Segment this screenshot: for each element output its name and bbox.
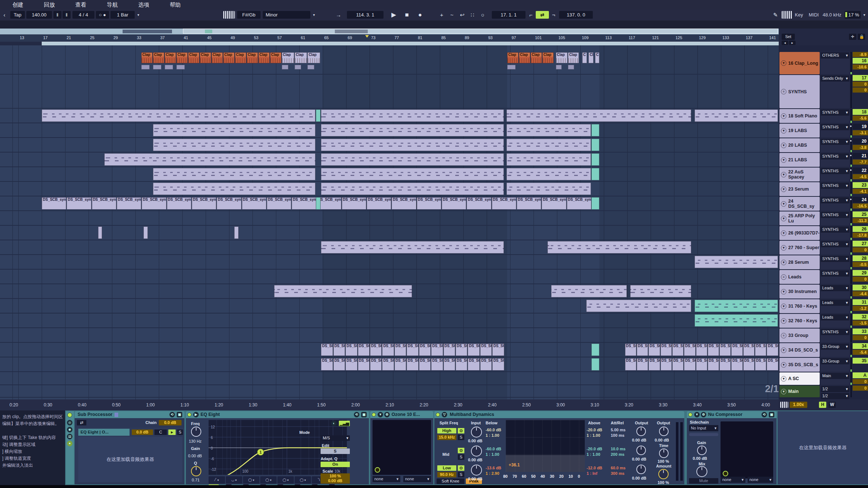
mbd-low-solo-button[interactable]: S — [458, 472, 464, 477]
clip[interactable]: DS_SCB_synth_pad_on — [467, 197, 491, 210]
clip[interactable]: DS_SCD — [468, 344, 479, 356]
track-name[interactable]: ▾34 DS_5CO_s — [779, 343, 820, 357]
clip[interactable] — [321, 168, 504, 180]
ozone-fold-icon[interactable]: ▼ — [378, 412, 383, 417]
clip[interactable]: Clap — [531, 52, 542, 63]
track-lane[interactable] — [0, 182, 779, 196]
track-number-badge[interactable]: 25 — [853, 211, 868, 217]
routing-menu[interactable]: SYNTHS▾ — [821, 153, 849, 159]
track-header[interactable]: ▾30 InstrumenLeads▾30-4.4 — [779, 284, 868, 299]
clip[interactable]: Clap — [258, 52, 270, 63]
mbd-fold-icon[interactable]: ▽ — [442, 412, 447, 417]
mbd-below-high[interactable]: -60.0 dB1 : 1.00 — [486, 427, 501, 438]
clip[interactable] — [506, 139, 591, 151]
mbd-low-freq-field[interactable]: 90.0 Hz — [437, 472, 456, 477]
mbd-low-button[interactable]: Low — [437, 465, 456, 471]
clip[interactable]: DS_SCB_synth_pad_on — [192, 197, 216, 210]
track-number-badge[interactable]: 32 — [853, 314, 868, 320]
midi-keyboard-icon[interactable] — [780, 402, 788, 408]
clip[interactable]: Clap — [165, 52, 176, 63]
macro-variations-icon[interactable]: ◎ — [67, 420, 72, 425]
scale-chevron-icon[interactable]: ▾ — [312, 11, 316, 19]
track-fold-icon[interactable]: ▾ — [781, 348, 786, 353]
track-volume-field[interactable]: 0 — [853, 379, 868, 384]
mbd-out-mid-knob[interactable] — [636, 446, 646, 455]
mbd-input-mid-value[interactable]: 0.00 dB — [468, 457, 482, 463]
clip[interactable]: DS_SCD — [480, 344, 492, 356]
clip[interactable]: DS_SCB_synth_pad_on — [392, 197, 416, 210]
collapse-left-icon[interactable]: ‹ — [1, 11, 7, 19]
clip[interactable]: DS_SCD — [743, 344, 755, 356]
clip[interactable]: DS_SCB_synth_pad_on — [292, 197, 316, 210]
routing-menu[interactable]: SYNTHS▾ — [821, 270, 849, 277]
clip[interactable]: Clap — [556, 52, 568, 63]
clip[interactable]: DS_SCB — [394, 358, 406, 371]
filter-type-menu[interactable]: ◯ ▾ — [295, 476, 311, 484]
clip[interactable] — [506, 183, 591, 195]
chain-pan-field[interactable]: C — [154, 429, 167, 435]
hot-swap-icon[interactable]: ⟲ — [169, 412, 175, 417]
cpu-chevron-icon[interactable]: ▾ — [862, 11, 867, 19]
rack-power-led[interactable] — [67, 413, 72, 417]
loop-start-field[interactable]: 17. 1. 1 — [492, 11, 525, 19]
take-lane-clip[interactable] — [507, 65, 516, 70]
clip[interactable] — [630, 285, 691, 297]
clip[interactable]: DS_SCD — [345, 344, 357, 356]
eq-title-bar[interactable]: ▶ EQ Eight ⟲ ▣ — [186, 411, 369, 418]
clip[interactable] — [153, 139, 315, 151]
clip[interactable] — [695, 256, 778, 268]
clip[interactable]: DS_SCB_synth_pad_on — [442, 197, 466, 210]
rack-drop-zone[interactable]: 在这里加载音频效果器 — [78, 437, 182, 482]
clip[interactable]: DS_SCB — [767, 358, 778, 371]
menu-item-4[interactable]: 导航 — [107, 1, 118, 8]
mbd-mid-power-icon[interactable]: ⊙ — [458, 448, 464, 453]
track-header[interactable]: ▾34 DS_5CO_s33-Group▾34-5.4 — [779, 343, 868, 357]
track-header[interactable]: ▾24 DS_SCB_sySYNTHS▾24-16.5 — [779, 196, 868, 211]
clip[interactable]: DS_SCB_synth_pad_on — [367, 197, 391, 210]
menu-item-5[interactable]: 选项 — [138, 1, 149, 8]
chain-activator-button[interactable]: ▸ — [168, 429, 176, 435]
track-lane[interactable] — [0, 153, 779, 167]
track-number-badge[interactable]: 20 — [853, 138, 868, 144]
draw-mode-icon[interactable]: ✎ — [771, 11, 779, 19]
clip[interactable]: DS_SCD — [407, 344, 418, 356]
mbd-below-low[interactable]: -13.6 dB1 : 2.90 — [486, 465, 501, 476]
clip[interactable] — [321, 139, 504, 151]
track-lane[interactable]: DS_SCB_synth_pad_onDS_SCB_synth_pad_onDS… — [0, 196, 779, 211]
eq-freq-value[interactable]: 130 Hz — [189, 439, 202, 443]
track-fold-icon[interactable]: ▾ — [781, 304, 786, 309]
follow-icon[interactable]: → — [334, 11, 343, 19]
arrangement-overview[interactable] — [0, 29, 779, 34]
track-header[interactable]: ▾27 760 - SuperSYNTHS▾270 — [779, 240, 868, 255]
set-button[interactable]: Set — [782, 34, 795, 40]
clip[interactable]: DS_SCB — [696, 358, 707, 371]
track-fold-icon[interactable]: ▾ — [781, 143, 786, 148]
clip[interactable] — [143, 226, 148, 239]
mbd-out-low-knob[interactable] — [636, 465, 646, 474]
lock-icon[interactable]: 🔒 — [858, 34, 865, 40]
eq-adaptq-switch[interactable]: On — [321, 462, 350, 467]
clip[interactable]: Clap — [247, 52, 258, 63]
clip[interactable]: DS_SCD — [333, 344, 345, 356]
mbd-above-low[interactable]: -12.0 dB1 : Inf — [587, 465, 602, 476]
ozone-param1-menu[interactable]: none▾ — [373, 476, 400, 482]
quantize-chevron-icon[interactable]: ▾ — [136, 11, 141, 19]
nucomp-mix-knob[interactable] — [696, 466, 707, 477]
time-ruler[interactable]: 0:200:300:400:501:001:101:201:301:401:50… — [0, 399, 779, 410]
clip[interactable] — [591, 153, 599, 166]
filter-type-menu[interactable]: ◯ ▾ — [243, 476, 259, 484]
clip[interactable] — [506, 109, 691, 122]
group-fold-icon[interactable]: ≡ — [781, 89, 786, 94]
clip[interactable]: DS_SCB — [684, 358, 695, 371]
clip[interactable]: DS_SCD — [444, 344, 455, 356]
punch-in-icon[interactable]: ⌐ — [528, 11, 534, 19]
track-volume-field[interactable]: 0 — [853, 277, 868, 282]
track-number-badge[interactable]: 27 — [853, 241, 868, 247]
routing-menu[interactable]: Leads▾ — [821, 300, 849, 306]
clip[interactable]: DS_SCB — [321, 358, 333, 371]
track-name[interactable]: ▾19 LABS — [779, 124, 820, 138]
clip[interactable] — [321, 153, 504, 166]
take-lane-clip[interactable] — [556, 65, 562, 70]
eq-gain-value[interactable]: 0.00 dB — [188, 454, 202, 458]
track-lane[interactable] — [0, 167, 779, 182]
